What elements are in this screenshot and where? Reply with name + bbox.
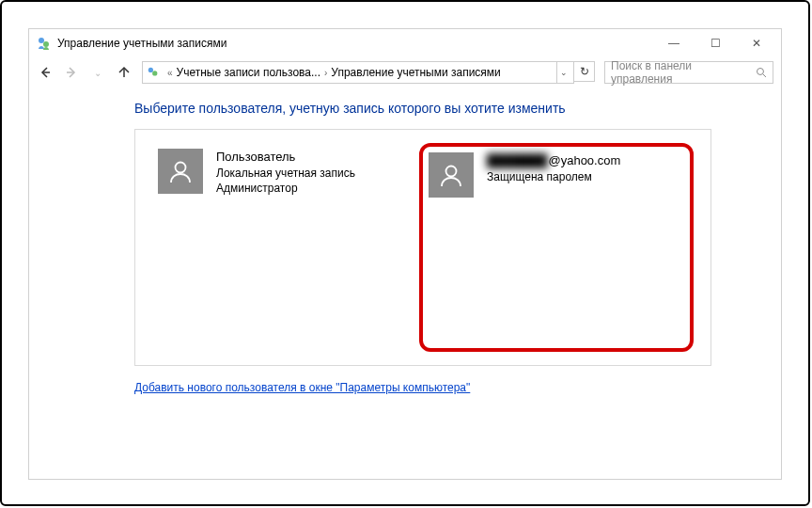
user-tile-highlighted[interactable]: ███████@yahoo.com Защищена паролем (419, 143, 694, 352)
user-info: Пользователь Локальная учетная запись Ад… (216, 149, 355, 196)
address-dropdown-icon[interactable]: ⌄ (556, 62, 570, 83)
svg-point-2 (148, 68, 153, 72)
svg-point-7 (446, 167, 457, 177)
svg-line-5 (763, 74, 766, 77)
svg-point-3 (152, 71, 157, 75)
user-list-panel: Пользователь Локальная учетная запись Ад… (134, 129, 711, 366)
redacted-text: ███████ (487, 152, 547, 169)
title-bar: Управление учетными записями — ☐ ✕ (29, 29, 781, 57)
up-button[interactable] (116, 64, 133, 81)
refresh-button[interactable]: ↻ (574, 61, 595, 82)
svg-point-4 (757, 68, 764, 74)
user-info: ███████@yahoo.com Защищена паролем (487, 152, 620, 184)
content-area: Выберите пользователя, учетную запись ко… (29, 87, 781, 403)
breadcrumb[interactable]: « Учетные записи пользова... › Управлени… (142, 61, 574, 84)
breadcrumb-item[interactable]: Учетные записи пользова... (177, 66, 320, 79)
user-role: Администратор (216, 181, 355, 196)
window: Управление учетными записями — ☐ ✕ ⌄ « У… (28, 28, 782, 480)
svg-point-1 (43, 41, 49, 47)
email-suffix: @yahoo.com (548, 153, 620, 167)
window-title: Управление учетными записями (57, 37, 226, 50)
svg-point-6 (176, 163, 186, 173)
page-heading: Выберите пользователя, учетную запись ко… (134, 101, 773, 116)
minimize-button[interactable]: — (653, 30, 695, 56)
user-status: Защищена паролем (487, 169, 620, 184)
search-placeholder: Поиск в панели управления (611, 59, 756, 86)
avatar (158, 149, 203, 194)
add-user-link[interactable]: Добавить нового пользователя в окне "Пар… (134, 381, 470, 394)
back-button[interactable] (37, 64, 54, 81)
user-tile[interactable]: Пользователь Локальная учетная запись Ад… (152, 143, 410, 352)
user-accounts-icon (37, 36, 52, 51)
user-type: Локальная учетная запись (216, 166, 355, 181)
user-name: Пользователь (216, 149, 355, 166)
maximize-button[interactable]: ☐ (695, 30, 736, 56)
nav-bar: ⌄ « Учетные записи пользова... › Управле… (29, 57, 781, 87)
chevron-left-icon: « (164, 68, 177, 78)
user-name: ███████@yahoo.com (487, 152, 620, 169)
search-icon (756, 67, 767, 78)
chevron-right-icon: › (320, 68, 331, 78)
recent-dropdown-icon[interactable]: ⌄ (89, 64, 106, 81)
svg-point-0 (39, 38, 44, 43)
user-accounts-icon (147, 66, 160, 79)
breadcrumb-item[interactable]: Управление учетными записями (331, 66, 500, 79)
forward-button[interactable] (63, 64, 80, 81)
avatar (429, 152, 474, 198)
search-input[interactable]: Поиск в панели управления (604, 61, 773, 84)
close-button[interactable]: ✕ (736, 30, 777, 56)
